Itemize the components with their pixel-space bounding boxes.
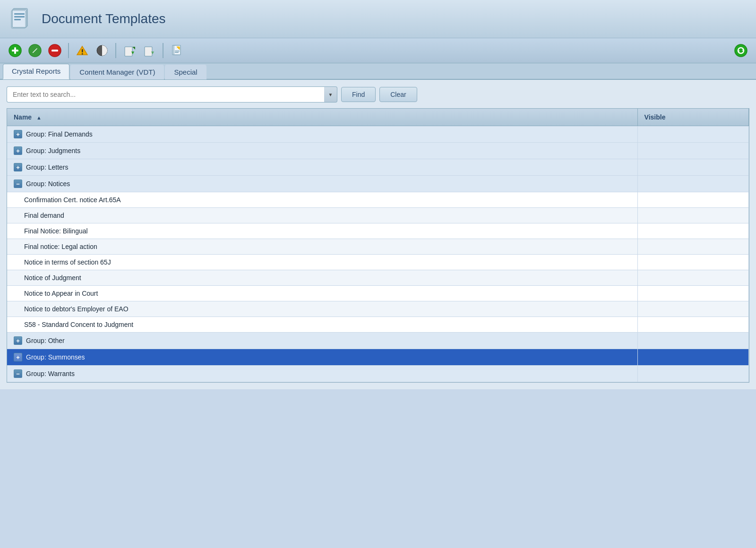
search-bar: ▼ Find Clear: [7, 86, 749, 103]
export2-button[interactable]: [141, 42, 158, 59]
svg-point-25: [735, 44, 747, 57]
table-row[interactable]: Notice of Judgment: [7, 270, 749, 286]
svg-rect-11: [52, 50, 58, 51]
table-row[interactable]: + Group: Final Demands: [7, 126, 749, 143]
group-visible-cell: [637, 143, 748, 159]
svg-rect-19: [145, 47, 152, 56]
table-row[interactable]: + Group: Summonses: [7, 349, 749, 366]
chevron-down-icon: ▼: [328, 92, 333, 97]
item-name-cell: Confirmation Cert. notice Art.65A: [7, 192, 637, 208]
expand-icon[interactable]: +: [14, 130, 22, 138]
refresh-button[interactable]: [732, 42, 749, 59]
expand-icon[interactable]: +: [14, 336, 22, 345]
group-name-cell: − Group: Notices: [7, 176, 637, 192]
data-table: Name ▲ Visible + Group: Final Demands: [7, 109, 749, 382]
table-row[interactable]: + Group: Letters: [7, 159, 749, 176]
collapse-icon[interactable]: −: [14, 180, 22, 188]
svg-rect-8: [12, 50, 18, 51]
column-header-name[interactable]: Name ▲: [7, 109, 637, 126]
group-visible-cell: [637, 349, 748, 366]
table-row[interactable]: Final notice: Legal action: [7, 239, 749, 255]
toolbar: [0, 38, 756, 63]
svg-rect-13: [82, 49, 83, 52]
tab-crystal-reports[interactable]: Crystal Reports: [3, 64, 69, 79]
table-row[interactable]: Notice to debtor's Employer of EAO: [7, 301, 749, 317]
find-button[interactable]: Find: [341, 87, 376, 102]
tab-special[interactable]: Special: [165, 65, 206, 79]
table-row[interactable]: + Group: Other: [7, 333, 749, 349]
table-row[interactable]: − Group: Warrants: [7, 366, 749, 382]
item-visible-cell: [637, 255, 748, 270]
toolbar-separator-2: [115, 43, 116, 58]
add-button[interactable]: [7, 42, 24, 59]
table-wrap: Name ▲ Visible + Group: Final Demands: [7, 108, 749, 383]
group-label: Group: Notices: [26, 180, 70, 188]
group-visible-cell: [637, 126, 748, 143]
table-row[interactable]: S58 - Standard Concent to Judgment: [7, 317, 749, 333]
item-visible-cell: [637, 301, 748, 317]
group-label: Group: Other: [26, 337, 65, 344]
group-visible-cell: [637, 366, 748, 382]
item-visible-cell: [637, 208, 748, 223]
header: Document Templates: [0, 0, 756, 38]
svg-rect-3: [14, 16, 25, 17]
export1-button[interactable]: [121, 42, 138, 59]
table-row[interactable]: Final demand: [7, 208, 749, 223]
group-name-cell: + Group: Final Demands: [7, 126, 637, 143]
item-name-cell: Final notice: Legal action: [7, 239, 637, 255]
collapse-icon[interactable]: −: [14, 369, 22, 378]
group-name-cell: − Group: Warrants: [7, 366, 637, 382]
search-dropdown-button[interactable]: ▼: [324, 86, 337, 103]
table-row[interactable]: Final Notice: Bilingual: [7, 223, 749, 239]
edit-button[interactable]: [26, 42, 43, 59]
half-circle-button[interactable]: [94, 42, 111, 59]
group-name-cell: + Group: Other: [7, 333, 637, 349]
table-row[interactable]: Confirmation Cert. notice Art.65A: [7, 192, 749, 208]
expand-icon[interactable]: +: [14, 146, 22, 155]
group-visible-cell: [637, 333, 748, 349]
group-name-cell: + Group: Letters: [7, 159, 637, 176]
table-header: Name ▲ Visible: [7, 109, 749, 126]
item-name-cell: Final demand: [7, 208, 637, 223]
svg-point-14: [82, 53, 83, 55]
clear-button[interactable]: Clear: [379, 87, 417, 102]
toolbar-separator-1: [68, 43, 69, 58]
item-visible-cell: [637, 192, 748, 208]
svg-marker-17: [132, 47, 135, 50]
group-visible-cell: [637, 176, 748, 192]
expand-icon[interactable]: +: [14, 353, 22, 361]
tab-content-manager[interactable]: Content Manager (VDT): [70, 65, 164, 79]
page-title: Document Templates: [42, 11, 166, 26]
triangle-button[interactable]: [74, 42, 91, 59]
delete-button[interactable]: [46, 42, 63, 59]
item-visible-cell: [637, 239, 748, 255]
svg-rect-24: [175, 52, 179, 53]
group-label: Group: Final Demands: [26, 130, 93, 138]
toolbar-separator-3: [163, 43, 163, 58]
table-body: + Group: Final Demands + Group: Judgment…: [7, 126, 749, 382]
item-name-cell: Notice to Appear in Court: [7, 286, 637, 301]
item-visible-cell: [637, 286, 748, 301]
toolbar-right: [732, 42, 749, 59]
svg-rect-4: [14, 19, 21, 20]
item-name-cell: Notice to debtor's Employer of EAO: [7, 301, 637, 317]
main-content: ▼ Find Clear Name ▲ Visible: [0, 80, 756, 389]
search-input-wrap: ▼: [7, 86, 337, 103]
item-visible-cell: [637, 317, 748, 333]
table-row[interactable]: + Group: Judgments: [7, 143, 749, 159]
svg-rect-23: [175, 51, 180, 51]
document-templates-icon: [9, 7, 34, 31]
file-button[interactable]: [168, 42, 185, 59]
table-row[interactable]: Notice to Appear in Court: [7, 286, 749, 301]
item-name-cell: S58 - Standard Concent to Judgment: [7, 317, 637, 333]
table-row[interactable]: − Group: Notices: [7, 176, 749, 192]
sort-arrow-name: ▲: [36, 115, 42, 120]
column-header-visible[interactable]: Visible: [637, 109, 748, 126]
expand-icon[interactable]: +: [14, 163, 22, 171]
group-label: Group: Summonses: [26, 353, 85, 361]
item-visible-cell: [637, 270, 748, 286]
item-visible-cell: [637, 223, 748, 239]
table-row[interactable]: Notice in terms of section 65J: [7, 255, 749, 270]
search-input[interactable]: [7, 86, 324, 103]
svg-rect-16: [125, 47, 132, 56]
